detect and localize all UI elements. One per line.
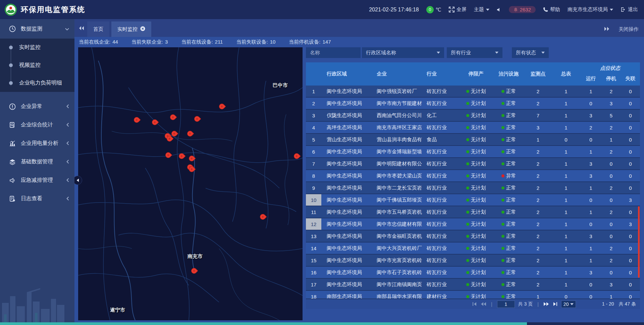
table-header: 行政区域 企业 行业 停限产 治污设施 监测点 总表 点位状态 运行 停机 失联 [306,62,640,86]
panel-collapse-button[interactable] [73,176,82,185]
row-index-cell: 13 [306,230,321,242]
footer-accent-bar [0,322,527,325]
number-cell: 1 [552,206,580,218]
sidebar-item-base-data[interactable]: 基础数据管理 [0,153,74,171]
alert-dot-icon [501,174,504,177]
sidebar-item-power-load-detail[interactable]: 企业电力负荷明细 [0,74,74,92]
tab-home[interactable]: 首页 [87,21,109,37]
org-dropdown[interactable]: 南充市生态环境局 [568,6,613,13]
sidebar-item-label: 基础数据管理 [21,158,66,165]
fullscreen-button[interactable]: 全屏 [449,6,467,13]
stat-item: 当前失联设备:10 [236,39,275,45]
stat-value: 211 [215,39,223,45]
tab-realtime[interactable]: 实时监控 [111,21,151,37]
number-cell: 1 [580,146,601,157]
table-row[interactable]: 5营山生态环境局营山县润丰肉食品有限食品无计划正常10010 [306,134,640,146]
industry-select[interactable]: 所有行业 [447,47,502,58]
sidebar-item-log-view[interactable]: 日志查看 [0,189,74,208]
sound-mute-button[interactable] [497,7,501,12]
normal-dot-icon [466,90,469,93]
sidebar-item-enterprise-abnormal[interactable]: 企业异常 [0,97,74,116]
row-index-cell: 8 [306,170,321,181]
chevron-left-icon [76,178,79,182]
table-row[interactable]: 14阆中生态环境局阆中大兴页岩机砖厂砖瓦行业无计划正常21120 [306,242,640,255]
sidebar-item-data-monitor[interactable]: 数据监测 [0,19,74,39]
table-row[interactable]: 7阆中生态环境局阆中明阳建材有限公司砖瓦行业无计划正常21300 [306,158,640,170]
tabs-scroll-right-button[interactable] [604,26,610,32]
number-cell: 3 [580,170,601,181]
table-scrollbar-thumb[interactable] [638,206,640,278]
region-cell: 阆中生态环境局 [321,206,372,218]
submenu-dot-icon [9,63,13,67]
next-page-button[interactable] [543,302,549,306]
region-select[interactable]: 行政区域名称 [362,47,444,58]
theme-dropdown[interactable]: 主题 [474,6,489,13]
alert-icon [9,103,16,110]
sidebar-item-power-analysis[interactable]: 企业用电量分析 [0,134,74,153]
status-cell: 无计划 [459,158,493,169]
sidebar-item-emergency-reduction[interactable]: 应急减排管理 [0,171,74,189]
page-size-select[interactable]: 20 [561,301,576,308]
table-row[interactable]: 1阆中生态环境局阆中强锐页岩砖厂砖瓦行业无计划正常21120 [306,86,640,98]
prev-page-button[interactable] [481,302,486,306]
region-cell: 阆中生态环境局 [321,242,372,254]
table-row[interactable]: 8阆中生态环境局阆中市枣碧大梁山页岩砖瓦行业无计划异常21300 [306,170,640,182]
stat-value: 44 [112,39,118,45]
table-row[interactable]: 11阆中生态环境局阆中市五马桥页岩机砖砖瓦行业无计划正常21120 [306,206,640,218]
table-row[interactable]: 2阆中生态环境局阆中市南方节能建材有砖瓦行业无计划正常21030 [306,98,640,110]
table-row[interactable]: 17阆中生态环境局阆中市江南镇阆南页岩砖瓦行业无计划正常21030 [306,279,640,291]
tab-label: 首页 [93,26,103,33]
last-page-button[interactable] [552,302,558,306]
column-header-index [306,62,321,86]
sidebar-item-video-monitor[interactable]: 视频监控 [0,56,74,74]
phone-icon [543,7,548,12]
table-row[interactable]: 13阆中生态环境局阆中市金福旺页岩机砖砖瓦行业无计划正常21300 [306,230,640,242]
first-page-button[interactable] [472,302,477,306]
number-cell: 1 [601,291,621,299]
table-row[interactable]: 9阆中生态环境局阆中市二龙长宝页岩砖砖瓦行业无计划正常21120 [306,182,640,194]
map-panel[interactable]: 巴中市南充市遂宁市 [78,47,303,320]
sidebar-item-realtime-monitor[interactable]: 实时监控 [0,39,74,56]
number-cell: 3 [580,110,601,121]
company-cell: 南部县瑞华水泥有限公 [372,291,422,299]
status-text: 无计划 [471,269,486,276]
status-cell: 无计划 [459,110,493,121]
table-row[interactable]: 3仪陇生态环境局西南油气田分公司川中化工无计划正常71350 [306,110,640,122]
industry-cell: 砖瓦行业 [422,182,459,194]
number-cell: 2 [524,146,552,157]
chevron-left-icon [66,141,69,146]
close-operations-button[interactable]: 关闭操作 [619,26,639,33]
status-cell: 正常 [493,122,524,133]
layers-icon [9,159,16,165]
logout-button[interactable]: 退出 [621,6,638,13]
status-cell: 无计划 [459,194,493,206]
number-cell: 1 [580,206,601,218]
row-index-cell: 15 [306,255,321,266]
notification-badge[interactable]: 2632 [509,6,536,13]
row-index-cell: 2 [306,98,321,109]
chevron-down-icon [495,52,498,54]
name-search-input[interactable]: 名称 [306,47,361,58]
number-cell: 2 [524,98,552,109]
number-cell: 3 [601,98,621,109]
table-row[interactable]: 6阆中生态环境局阆中市金博瑞新型墙材砖瓦行业无计划正常21120 [306,146,640,158]
table-row[interactable]: 4高坪生态环境局南充市高坪区王家店建砖瓦行业无计划正常31220 [306,122,640,134]
table-row[interactable]: 16阆中生态环境局阆中市石子页岩机砖厂砖瓦行业无计划正常21300 [306,267,640,279]
sidebar-item-enterprise-stats[interactable]: 企业综合统计 [0,116,74,134]
status-text: 无计划 [471,124,486,131]
tab-close-icon[interactable] [140,26,145,32]
table-row[interactable]: 18南部生态环境局南部县瑞华水泥有限公建材行业无计划正常10010 [306,291,640,299]
top-header: 环保用电监管系统 2021-02-25 17:46:18 0 ℃ 全屏 主题 [0,0,644,19]
status-cell: 正常 [493,255,524,266]
table-row[interactable]: 12阆中生态环境局阆中市忠信建材有限公砖瓦行业无计划正常21003 [306,218,640,230]
tabs-scroll-left-button[interactable] [78,21,85,35]
page-number-input[interactable]: 1 [497,301,515,308]
region-cell: 阆中生态环境局 [321,170,372,181]
status-select[interactable]: 所有状态 [512,47,549,58]
status-cell: 无计划 [459,291,493,299]
table-row[interactable]: 15阆中生态环境局阆中市光富页岩机砖厂砖瓦行业无计划正常21120 [306,255,640,267]
table-row[interactable]: 10阆中生态环境局阆中千佛镇五郎垭页岩砖瓦行业无计划正常21003 [306,194,640,206]
help-button[interactable]: 帮助 [543,6,560,13]
number-cell: 2 [580,122,601,133]
status-cell: 正常 [493,206,524,218]
